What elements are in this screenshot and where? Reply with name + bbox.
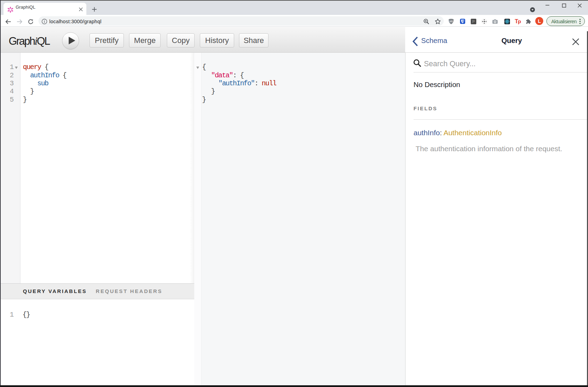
svg-text:UO: UO: [450, 20, 453, 23]
svg-text:P: P: [472, 19, 475, 24]
